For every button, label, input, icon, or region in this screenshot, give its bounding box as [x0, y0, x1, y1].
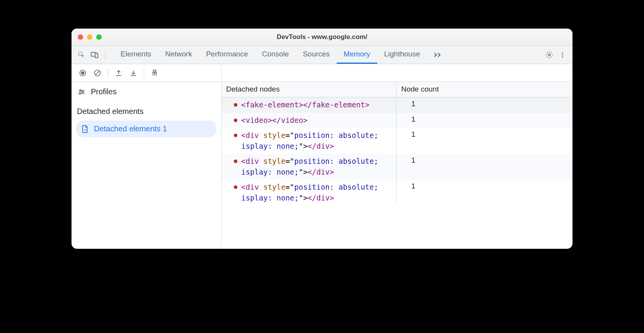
inspect-element-icon[interactable] [76, 49, 87, 60]
cell-node-count: 1 [397, 113, 572, 128]
sidebar: Profiles Detached elements % Detached el… [72, 64, 221, 249]
svg-point-15 [82, 91, 83, 92]
svg-rect-2 [95, 53, 98, 58]
svg-point-17 [79, 93, 80, 94]
cell-detached-node: <div style="position: absolute; isplay: … [221, 154, 397, 180]
cell-detached-node: <div style="position: absolute; isplay: … [221, 128, 397, 154]
svg-point-8 [82, 71, 84, 74]
table-row[interactable]: <div style="position: absolute; isplay: … [221, 154, 572, 180]
column-header-nodes[interactable]: Detached nodes [221, 82, 397, 97]
traffic-lights [78, 34, 102, 40]
profiles-label: Profiles [91, 87, 117, 96]
table-body: <fake-element></fake-element>1<video></v… [221, 97, 572, 249]
tab-sources[interactable]: Sources [296, 46, 337, 64]
sidebar-toolbar [72, 64, 221, 82]
cell-node-count: 1 [397, 128, 572, 154]
svg-line-10 [95, 71, 99, 75]
export-button[interactable] [112, 66, 125, 80]
document-icon: % [82, 125, 89, 133]
titlebar: DevTools - www.google.com/ [72, 29, 572, 46]
record-button[interactable] [76, 66, 89, 80]
panel-tabs: ElementsNetworkPerformanceConsoleSources… [114, 46, 427, 64]
bullet-icon [234, 103, 237, 107]
window-title: DevTools - www.google.com/ [72, 33, 572, 41]
bullet-icon [234, 160, 237, 163]
table-header: Detached nodes Node count [221, 82, 572, 97]
node-html: <div style="position: absolute; isplay: … [241, 182, 392, 203]
garbage-collect-button[interactable] [148, 66, 161, 80]
main-toolbar [221, 64, 572, 82]
bullet-icon [234, 185, 237, 189]
svg-point-3 [549, 54, 550, 56]
cell-detached-node: <fake-element></fake-element> [221, 97, 397, 113]
tab-performance[interactable]: Performance [199, 46, 255, 64]
tab-memory[interactable]: Memory [337, 46, 377, 64]
divider [105, 51, 105, 59]
svg-point-5 [562, 54, 563, 55]
maximize-window-button[interactable] [96, 34, 102, 40]
node-html: <video></video> [241, 115, 308, 126]
node-html: <fake-element></fake-element> [241, 100, 370, 110]
bullet-icon [234, 134, 237, 137]
devtools-window: DevTools - www.google.com/ ElementsNetwo… [72, 29, 572, 249]
divider [144, 69, 144, 77]
svg-rect-0 [79, 52, 82, 55]
svg-point-13 [80, 90, 81, 91]
table-row[interactable]: <fake-element></fake-element>1 [221, 97, 572, 113]
node-html: <div style="position: absolute; isplay: … [241, 130, 392, 151]
tab-elements[interactable]: Elements [114, 46, 158, 64]
table-row[interactable]: <div style="position: absolute; isplay: … [221, 128, 572, 154]
cell-detached-node: <div style="position: absolute; isplay: … [221, 180, 397, 206]
table-row[interactable]: <video></video>1 [221, 113, 572, 128]
minimize-window-button[interactable] [87, 34, 92, 40]
cell-node-count: 1 [397, 154, 572, 180]
bullet-icon [234, 119, 237, 122]
node-html: <div style="position: absolute; isplay: … [241, 156, 392, 177]
cell-node-count: 1 [397, 180, 572, 206]
detached-elements-heading: Detached elements [72, 99, 221, 119]
svg-rect-11 [153, 70, 156, 71]
more-options-icon[interactable] [557, 49, 568, 60]
svg-point-4 [562, 52, 563, 53]
content-area: Profiles Detached elements % Detached el… [72, 64, 572, 249]
sliders-icon [78, 88, 85, 96]
cell-detached-node: <video></video> [221, 113, 397, 128]
clear-button[interactable] [91, 66, 104, 80]
profiles-section[interactable]: Profiles [72, 82, 221, 99]
settings-icon[interactable] [544, 49, 555, 60]
divider [108, 69, 108, 77]
table-row[interactable]: <div style="position: absolute; isplay: … [221, 180, 572, 206]
column-header-count[interactable]: Node count [397, 82, 572, 97]
profile-item-detached-1[interactable]: % Detached elements 1 [76, 121, 216, 137]
close-window-button[interactable] [78, 34, 83, 40]
svg-point-6 [562, 56, 563, 57]
cell-node-count: 1 [397, 97, 572, 113]
profile-item-label: Detached elements 1 [94, 124, 167, 133]
svg-text:%: % [84, 128, 87, 131]
tab-console[interactable]: Console [255, 46, 296, 64]
more-tabs-button[interactable] [429, 52, 446, 58]
tab-lighthouse[interactable]: Lighthouse [377, 46, 427, 64]
tab-network[interactable]: Network [158, 46, 199, 64]
main-panel: Detached nodes Node count <fake-element>… [221, 64, 572, 249]
panel-tabs-bar: ElementsNetworkPerformanceConsoleSources… [72, 46, 572, 64]
device-toolbar-icon[interactable] [89, 49, 100, 60]
import-button[interactable] [127, 66, 140, 80]
